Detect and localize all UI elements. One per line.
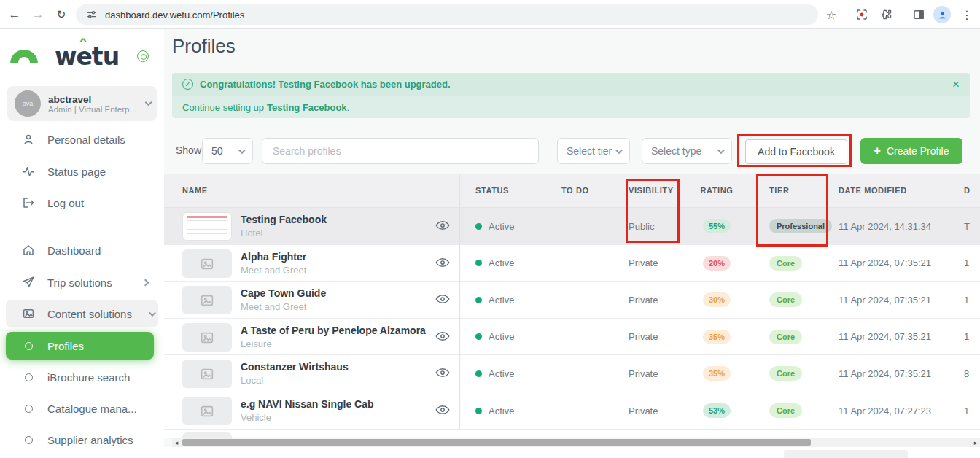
truncated-cell: T bbox=[964, 208, 970, 244]
type-filter-value: Select type bbox=[651, 145, 701, 157]
add-to-facebook-button[interactable]: Add to Facebook bbox=[745, 139, 847, 164]
table-row[interactable]: Constanzer Wirtshaus Local Active Privat… bbox=[164, 355, 980, 392]
eye-icon[interactable] bbox=[435, 403, 451, 416]
banner-profile-link[interactable]: Testing Facebook bbox=[267, 102, 347, 113]
date-modified: 11 Apr 2024, 07:35:21 bbox=[839, 282, 931, 318]
sidebar-item-label: Personal details bbox=[47, 133, 125, 146]
show-label: Show bbox=[176, 144, 201, 156]
screen-capture-icon[interactable] bbox=[853, 6, 871, 23]
page-size-select[interactable]: 50 bbox=[202, 138, 253, 164]
page-title: Profiles bbox=[172, 35, 236, 58]
column-header-visibility[interactable]: VISIBILITY bbox=[629, 174, 674, 207]
wordmark-text: wetu bbox=[55, 42, 119, 71]
chevron-right-icon bbox=[142, 279, 149, 286]
eye-icon[interactable] bbox=[435, 330, 451, 343]
column-header-name[interactable]: NAME bbox=[182, 174, 208, 207]
profile-type: Meet and Greet bbox=[241, 301, 326, 312]
column-header-rating[interactable]: RATING bbox=[697, 174, 736, 207]
eye-icon[interactable] bbox=[435, 366, 451, 379]
scroll-right-arrow[interactable]: ▸ bbox=[971, 438, 980, 447]
sidebar-item-trip-solutions[interactable]: Trip solutions bbox=[6, 268, 158, 296]
scroll-left-arrow[interactable]: ◂ bbox=[172, 438, 181, 447]
type-filter-select[interactable]: Select type bbox=[642, 138, 732, 164]
status-dot bbox=[475, 408, 482, 414]
sidebar-item-supplier-analytics[interactable]: Supplier analytics bbox=[6, 426, 158, 454]
account-name: abctravel bbox=[48, 94, 136, 105]
sidebar-item-content-solutions[interactable]: Content solutions bbox=[6, 300, 158, 327]
sidebar-item-status-page[interactable]: Status page bbox=[6, 158, 158, 185]
close-icon[interactable]: × bbox=[952, 78, 960, 90]
placeholder-image-icon bbox=[182, 286, 232, 314]
bottom-corner-element bbox=[784, 450, 908, 458]
chevron-down-icon bbox=[149, 309, 156, 317]
create-profile-button[interactable]: + Create Profile bbox=[860, 138, 962, 164]
side-panel-icon[interactable] bbox=[910, 6, 928, 23]
rating-badge: 35% bbox=[703, 330, 731, 344]
visibility-value: Private bbox=[629, 245, 658, 281]
eye-icon[interactable] bbox=[435, 256, 451, 269]
search-input[interactable] bbox=[262, 138, 539, 164]
column-header-date-modified[interactable]: DATE MODIFIED bbox=[839, 174, 907, 207]
sidebar-item-label: Dashboard bbox=[47, 244, 101, 257]
column-header-tier[interactable]: TIER bbox=[769, 174, 789, 207]
wetu-logo[interactable]: wetu ˆ bbox=[10, 39, 153, 73]
truncated-cell: 1 bbox=[964, 245, 969, 281]
browser-profile-avatar[interactable] bbox=[933, 6, 951, 23]
column-header-todo[interactable]: TO DO bbox=[561, 174, 589, 207]
truncated-cell: 1 bbox=[964, 282, 969, 318]
chevron-down-icon bbox=[238, 147, 246, 154]
banner-continue-text: Continue setting up bbox=[182, 102, 264, 113]
status-dot bbox=[475, 260, 482, 266]
circle-icon bbox=[22, 433, 35, 446]
profile-name: Constanzer Wirtshaus bbox=[241, 361, 349, 373]
column-header-status[interactable]: STATUS bbox=[475, 174, 509, 207]
sidebar-item-catalogue-manager[interactable]: Catalogue mana... bbox=[6, 395, 158, 422]
account-avatar: ava bbox=[15, 90, 41, 117]
eye-icon[interactable] bbox=[435, 219, 451, 232]
sidebar-item-log-out[interactable]: Log out bbox=[6, 189, 158, 217]
tier-filter-select[interactable]: Select tier bbox=[557, 138, 630, 164]
sidebar-item-personal-details[interactable]: Personal details bbox=[6, 125, 158, 153]
plus-icon: + bbox=[874, 144, 881, 158]
table-row[interactable]: Alpha Fighter Meet and Greet Active Priv… bbox=[164, 245, 980, 282]
banner-secondary: Continue setting up Testing Facebook . bbox=[172, 96, 970, 118]
banner-message: Congratulations! Testing Facebook has be… bbox=[200, 79, 451, 90]
table-row[interactable]: e.g NAVI Nissan Single Cab Vehicle Activ… bbox=[164, 392, 980, 430]
column-header-truncated[interactable]: D bbox=[964, 174, 971, 207]
horizontal-scrollbar[interactable]: ◂ ▸ bbox=[172, 438, 980, 447]
address-bar[interactable]: dashboard.dev.wetu.com/Profiles bbox=[76, 4, 818, 25]
success-banner: ✓ Congratulations! Testing Facebook has … bbox=[172, 73, 970, 96]
table-row[interactable]: Testing Facebook Hotel Active Public 55%… bbox=[164, 208, 980, 245]
sidebar-item-profiles-active[interactable]: Profiles bbox=[6, 332, 154, 360]
browser-menu-icon[interactable]: ⋮ bbox=[958, 6, 976, 23]
tier-badge: Core bbox=[769, 403, 802, 418]
sidebar-item-dashboard[interactable]: Dashboard bbox=[6, 236, 158, 264]
profile-type: Hotel bbox=[241, 228, 327, 238]
url-text[interactable]: dashboard.dev.wetu.com/Profiles bbox=[105, 9, 244, 20]
sidebar-item-label: Trip solutions bbox=[47, 276, 112, 289]
table-row[interactable]: A Taste of Peru by Penelope Alzamora Lei… bbox=[164, 319, 980, 355]
truncated-cell: 8 bbox=[964, 355, 969, 392]
visibility-value: Private bbox=[629, 355, 658, 392]
site-settings-icon[interactable] bbox=[86, 9, 98, 20]
reload-button[interactable]: ↻ bbox=[52, 6, 70, 23]
sidebar-item-label: Log out bbox=[47, 197, 84, 209]
target-icon[interactable] bbox=[137, 50, 149, 62]
sidebar-item-ibrochure-search[interactable]: iBrochure search bbox=[6, 363, 158, 391]
sidebar: wetu ˆ ava abctravel Admin | Virtual Ent… bbox=[0, 29, 164, 458]
date-modified: 11 Apr 2024, 07:35:21 bbox=[839, 319, 931, 354]
forward-button[interactable]: → bbox=[29, 6, 47, 23]
eye-icon[interactable] bbox=[435, 292, 451, 306]
banner-suffix: . bbox=[347, 102, 350, 113]
table-row[interactable]: Cape Town Guide Meet and Greet Active Pr… bbox=[164, 282, 980, 319]
circle-icon bbox=[22, 402, 35, 415]
profile-name: Testing Facebook bbox=[241, 214, 327, 225]
tier-badge: Core bbox=[769, 330, 802, 344]
scrollbar-thumb[interactable] bbox=[182, 439, 811, 446]
extensions-icon[interactable] bbox=[878, 6, 895, 23]
pulse-icon bbox=[22, 165, 35, 178]
back-button[interactable]: ← bbox=[6, 6, 23, 23]
status-dot bbox=[475, 223, 482, 230]
bookmark-star-icon[interactable]: ☆ bbox=[822, 6, 840, 23]
account-switcher[interactable]: ava abctravel Admin | Virtual Enterp... bbox=[7, 86, 157, 121]
